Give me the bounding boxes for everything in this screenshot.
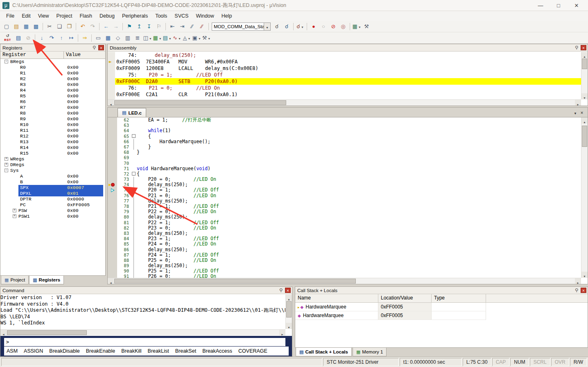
command-button-coverage[interactable]: COVERAGE xyxy=(238,348,267,354)
serial-window-icon[interactable]: ▤ xyxy=(163,34,172,43)
editor-line-75[interactable]: 75 P20 = 1; //LED Off xyxy=(108,187,581,193)
register-row-bregs[interactable]: -BRegs xyxy=(0,59,105,65)
register-row-r3[interactable]: R30x00 xyxy=(0,82,105,88)
redo-icon[interactable]: ↷ xyxy=(88,22,97,31)
pin-icon[interactable] xyxy=(91,45,97,50)
scroll-up-icon[interactable] xyxy=(581,117,588,124)
editor-line-80[interactable]: 80 delay_ms(250); xyxy=(108,214,581,220)
tab-project[interactable]: Project xyxy=(1,276,29,284)
symbol-window-icon[interactable]: ◇ xyxy=(113,34,122,43)
fold-collapse-icon[interactable] xyxy=(132,134,136,138)
editor-line-64[interactable]: 64 while(1) xyxy=(108,128,581,133)
cut-icon[interactable]: ✂ xyxy=(45,22,54,31)
scroll-thumb[interactable] xyxy=(114,279,356,284)
toolbox-icon[interactable]: ⚒ xyxy=(202,34,211,43)
scroll-left-icon[interactable] xyxy=(108,100,114,106)
expand-icon[interactable]: + xyxy=(5,163,8,167)
uncomment-icon[interactable]: ∕∕ xyxy=(197,22,206,31)
register-row-r7[interactable]: R70x00 xyxy=(0,105,105,110)
trace-window-icon[interactable]: ◬ xyxy=(182,34,191,43)
memory-window-icon[interactable]: ▦ xyxy=(153,34,162,43)
command-button-breakdisable[interactable]: BreakDisable xyxy=(49,348,79,354)
scroll-up-icon[interactable] xyxy=(581,52,588,58)
command-input[interactable]: > xyxy=(4,338,285,346)
callstack-row[interactable]: HardwareMarquee0xFF0005 xyxy=(295,303,588,311)
register-row-r4[interactable]: R40x00 xyxy=(0,88,105,93)
menu-file[interactable]: File xyxy=(2,11,18,21)
menu-window[interactable]: Window xyxy=(192,11,217,21)
register-row-dpxl[interactable]: DPXL0x01 xyxy=(0,191,105,196)
register-row-r12[interactable]: R120x00 xyxy=(0,133,105,139)
callstack-window-icon[interactable]: ≣ xyxy=(133,34,142,43)
menu-tools[interactable]: Tools xyxy=(152,11,171,21)
editor-line-91[interactable]: 91 P26 = 0; //LED On xyxy=(108,274,581,278)
register-row-r1[interactable]: R10x00 xyxy=(0,70,105,76)
bookmark-next-icon[interactable]: ↧ xyxy=(145,22,154,31)
register-row-r0[interactable]: R00x00 xyxy=(0,65,105,70)
tab-list-icon[interactable] xyxy=(572,109,579,116)
find-options-icon[interactable]: ☌ xyxy=(296,22,305,31)
tab-call-stack-locals[interactable]: Call Stack + Locals xyxy=(296,348,352,356)
tab-close-icon[interactable] xyxy=(579,109,585,116)
scroll-down-icon[interactable] xyxy=(286,323,292,329)
menu-flash[interactable]: Flash xyxy=(76,11,96,21)
navigate-forward-icon[interactable]: → xyxy=(111,22,120,31)
expand-icon[interactable]: + xyxy=(13,214,16,218)
window-layout-icon[interactable]: ▦ xyxy=(352,22,361,31)
scroll-thumb[interactable] xyxy=(582,59,587,69)
expand-icon[interactable]: + xyxy=(13,209,16,212)
save-all-icon[interactable]: ▩ xyxy=(32,22,41,31)
tab-memory-1[interactable]: Memory 1 xyxy=(353,348,387,356)
bookmark-toggle-icon[interactable]: ⚑ xyxy=(125,22,134,31)
tab-led-c[interactable]: LED.c xyxy=(118,108,146,117)
registers-window-icon[interactable]: ▥ xyxy=(123,34,132,43)
scroll-thumb[interactable] xyxy=(582,126,587,147)
disassembly-instruction-line[interactable]: 0xFF000C D2A0 SETB P20(0xA0.0) xyxy=(108,78,581,85)
step-out-icon[interactable]: ↑ xyxy=(57,34,66,43)
disassembly-hscrollbar[interactable] xyxy=(108,99,581,106)
collapse-icon[interactable]: - xyxy=(5,60,8,63)
command-button-breakkill[interactable]: BreakKill xyxy=(121,348,141,354)
register-row-r8[interactable]: R80x00 xyxy=(0,110,105,116)
editor-line-71[interactable]: 71void HardwareMarquee(void) xyxy=(108,166,581,171)
register-row-sys[interactable]: -Sys xyxy=(0,168,105,173)
find-combo-dropdown-icon[interactable] xyxy=(264,23,271,31)
command-button-breaklist[interactable]: BreakList xyxy=(148,348,169,354)
close-panel-icon[interactable] xyxy=(285,288,291,293)
scroll-right-icon[interactable] xyxy=(279,330,285,335)
save-icon[interactable]: ▦ xyxy=(22,22,31,31)
code-area[interactable]: 62 EA = 1; //打开总中断6364 while(1)65 {66 Ha… xyxy=(108,117,581,278)
disassembly-instruction-line[interactable]: 0xFF0005 7E3400FA MOV WR6,#0x00FA xyxy=(108,59,581,65)
disassembly-source-line[interactable]: 74: delay_ms(250); xyxy=(108,52,581,59)
menu-debug[interactable]: Debug xyxy=(96,11,118,21)
breakpoint-enable-all-icon[interactable]: ◎ xyxy=(339,22,348,31)
register-row-pc[interactable]: PC0xFF0005 xyxy=(0,202,105,208)
minimize-button[interactable]: — xyxy=(531,0,550,11)
scroll-down-icon[interactable] xyxy=(581,93,588,99)
system-viewer-icon[interactable]: ▣ xyxy=(192,34,201,43)
register-row-dregs[interactable]: +DRegs xyxy=(0,162,105,168)
scroll-thumb[interactable] xyxy=(114,100,286,105)
register-row-b[interactable]: B0x00 xyxy=(0,179,105,185)
close-panel-icon[interactable] xyxy=(581,45,586,50)
disassembly-vscrollbar[interactable] xyxy=(581,52,588,99)
fold-collapse-icon[interactable] xyxy=(132,172,136,176)
register-row-r13[interactable]: R130x00 xyxy=(0,139,105,145)
register-row-spx[interactable]: SPX0x0007 xyxy=(0,185,105,191)
command-window-icon[interactable]: ▭ xyxy=(94,34,103,43)
show-next-statement-icon[interactable]: ⇒ xyxy=(80,34,89,43)
menu-project[interactable]: Project xyxy=(53,11,76,21)
editor-vscrollbar[interactable] xyxy=(581,117,588,278)
menu-help[interactable]: Help xyxy=(218,11,236,21)
register-row-r9[interactable]: R90x00 xyxy=(0,116,105,122)
breakpoint-insert-icon[interactable]: ● xyxy=(309,22,318,31)
command-button-assign[interactable]: ASSIGN xyxy=(24,348,43,354)
register-row-r10[interactable]: R100x00 xyxy=(0,122,105,128)
editor-line-68[interactable]: 68} xyxy=(108,150,581,155)
disassembly-source-line[interactable]: 76: P21 = 0; //LED On xyxy=(108,85,581,91)
scroll-up-icon[interactable] xyxy=(286,295,292,301)
register-row-r11[interactable]: R110x00 xyxy=(0,128,105,133)
copy-icon[interactable]: ❏ xyxy=(55,22,64,31)
breakpoint-icon[interactable] xyxy=(111,183,115,187)
disassembly-instruction-line[interactable]: 0xFF0009 1200E8 LCALL delay_ms(C:0x00E8) xyxy=(108,65,581,72)
